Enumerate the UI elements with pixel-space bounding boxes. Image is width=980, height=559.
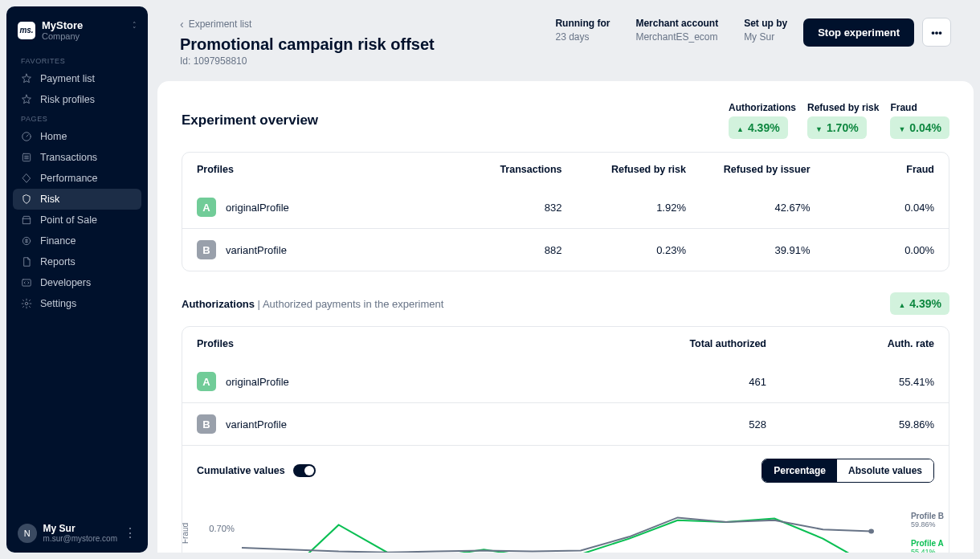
sidebar-item-home[interactable]: Home — [13, 126, 141, 147]
cell-transactions: 882 — [438, 244, 562, 256]
chevron-left-icon: ‹ — [180, 18, 184, 31]
breadcrumb-label: Experiment list — [189, 18, 252, 30]
store-icon — [21, 214, 32, 226]
cell-auth-rate: 59.86% — [766, 418, 934, 430]
sidebar-item-label: Developers — [40, 277, 91, 288]
legend-b-value: 59.86% — [911, 520, 944, 529]
th-refused-issuer: Refused by issuer — [686, 164, 811, 175]
stat-refused-by-risk: Refused by risk1.70% — [807, 102, 879, 139]
breadcrumb[interactable]: ‹ Experiment list — [180, 18, 555, 31]
svg-point-4 — [25, 302, 28, 305]
table-row[interactable]: BvariantProfile52859.86% — [182, 402, 949, 445]
profile-name: originalProfile — [226, 376, 289, 388]
th-total-authorized: Total authorized — [598, 338, 766, 349]
th-auth-rate: Auth. rate — [766, 338, 934, 349]
svg-rect-3 — [22, 280, 31, 286]
meta-value: 23 days — [555, 31, 610, 43]
legend-profile-b: Profile B 59.86% — [911, 512, 944, 529]
auth-table: Profiles Total authorized Auth. rate Aor… — [182, 326, 949, 553]
seg-control: Percentage Absolute values — [762, 459, 934, 483]
table-row[interactable]: BvariantProfile8820.23%39.91%0.00% — [182, 228, 949, 271]
sidebar-user[interactable]: N My Sur m.sur@mystore.com ⋮ — [13, 516, 141, 545]
sidebar-section-favorites-label: FAVORITES — [13, 52, 141, 68]
sidebar-item-label: Performance — [40, 173, 98, 184]
auth-section-title: Authorizations | Authorized payments in … — [182, 298, 443, 310]
overview-title: Experiment overview — [182, 112, 318, 129]
sidebar-item-reports[interactable]: Reports — [13, 251, 141, 272]
brand-subtitle: Company — [42, 31, 83, 41]
table-row[interactable]: AoriginalProfile8321.92%42.67%0.04% — [182, 186, 949, 228]
seg-absolute[interactable]: Absolute values — [837, 459, 933, 482]
avatar: N — [18, 524, 37, 543]
sidebar-item-label: Home — [40, 131, 67, 142]
series-line — [242, 517, 872, 552]
cell-refused-risk: 0.23% — [562, 244, 687, 256]
cell-refused-issuer: 42.67% — [686, 202, 811, 214]
arrow-up-icon — [737, 121, 744, 134]
user-name: My Sur — [43, 523, 117, 534]
sidebar-item-payment-list[interactable]: Payment list — [13, 68, 141, 89]
sidebar-item-settings[interactable]: Settings — [13, 293, 141, 314]
meta-label: Set up by — [744, 18, 787, 29]
profile-name: variantProfile — [226, 418, 287, 430]
header-meta-merchant-account: Merchant accountMerchantES_ecom — [635, 18, 718, 43]
sidebar-item-risk-profiles[interactable]: Risk profiles — [13, 89, 141, 110]
stat-fraud: Fraud0.04% — [890, 102, 949, 139]
chart: Fraud 0.35%0.70% Profile B 59.86% Profil… — [182, 496, 949, 553]
profile-name: originalProfile — [226, 202, 289, 214]
header-meta-set-up-by: Set up byMy Sur — [744, 18, 787, 43]
expand-icon[interactable]: ˄˅ — [133, 22, 137, 32]
cell-total-authorized: 461 — [598, 376, 766, 388]
stop-experiment-button[interactable]: Stop experiment — [803, 18, 914, 47]
sidebar-item-point-of-sale[interactable]: Point of Sale — [13, 210, 141, 231]
profile-name: variantProfile — [226, 244, 287, 256]
main-card: Experiment overview Authorizations4.39%R… — [157, 81, 974, 553]
cell-total-authorized: 528 — [598, 418, 766, 430]
sidebar-item-developers[interactable]: Developers — [13, 272, 141, 293]
ytick-label: 0.70% — [209, 524, 235, 533]
sidebar-item-label: Settings — [40, 298, 76, 309]
sidebar-item-label: Risk profiles — [40, 94, 95, 105]
sidebar-item-label: Transactions — [40, 152, 97, 163]
sidebar-item-label: Reports — [40, 256, 76, 267]
more-button[interactable]: ••• — [922, 18, 951, 47]
seg-percentage[interactable]: Percentage — [762, 459, 837, 482]
sidebar-section-pages-label: PAGES — [13, 110, 141, 126]
cumulative-label: Cumulative values — [197, 465, 285, 476]
page-id: Id: 1097958810 — [180, 55, 555, 67]
star-icon — [21, 73, 32, 84]
content: ‹ Experiment list Promotional campaign r… — [148, 6, 974, 553]
sidebar-item-label: Point of Sale — [40, 214, 97, 226]
sidebar: ms. MyStore Company ˄˅ FAVORITES Payment… — [6, 6, 148, 553]
th-fraud: Fraud — [811, 164, 935, 175]
star-icon — [21, 94, 32, 105]
sidebar-item-performance[interactable]: Performance — [13, 168, 141, 189]
diamond-icon — [21, 173, 32, 184]
sidebar-item-transactions[interactable]: Transactions — [13, 147, 141, 168]
cumulative-toggle[interactable] — [293, 464, 316, 477]
table-header-row: Profiles Total authorized Auth. rate — [182, 327, 949, 361]
arrow-down-icon — [898, 121, 905, 134]
list-icon — [21, 152, 32, 163]
dots-icon: ••• — [931, 27, 942, 39]
meta-value: MerchantES_ecom — [635, 31, 718, 43]
meta-value: My Sur — [744, 31, 787, 43]
table-row[interactable]: AoriginalProfile46155.41% — [182, 361, 949, 402]
brand[interactable]: ms. MyStore Company ˄˅ — [13, 18, 141, 52]
cell-fraud: 0.00% — [811, 244, 935, 256]
brand-title: MyStore — [42, 19, 83, 31]
cell-refused-issuer: 39.91% — [686, 244, 811, 256]
sidebar-item-risk[interactable]: Risk — [13, 189, 141, 210]
doc-icon — [21, 256, 32, 267]
legend-b-name: Profile B — [911, 512, 944, 520]
table-header-row: Profiles Transactions Refused by risk Re… — [182, 153, 949, 186]
overview-table: Profiles Transactions Refused by risk Re… — [182, 152, 949, 271]
stat-label: Refused by risk — [807, 102, 879, 113]
meta-label: Merchant account — [635, 18, 718, 29]
sidebar-item-finance[interactable]: Finance — [13, 231, 141, 251]
th-profiles: Profiles — [197, 338, 598, 349]
cell-auth-rate: 55.41% — [766, 376, 934, 388]
sidebar-item-label: Finance — [40, 235, 76, 247]
th-profiles: Profiles — [197, 164, 438, 175]
meta-label: Running for — [555, 18, 610, 29]
